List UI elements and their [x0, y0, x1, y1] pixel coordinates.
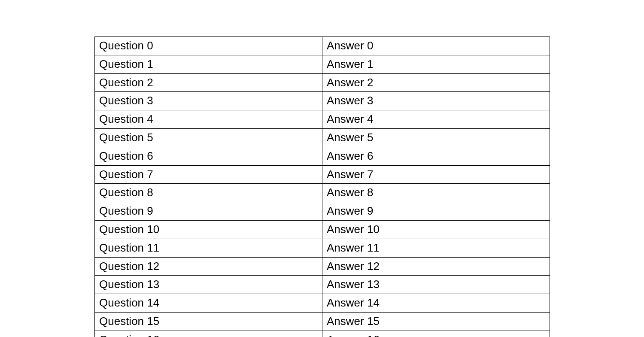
answer-cell: Answer 8 — [322, 184, 550, 202]
answer-cell: Answer 15 — [322, 312, 550, 331]
answer-cell: Answer 12 — [322, 257, 550, 276]
question-cell: Question 11 — [95, 239, 322, 257]
question-cell: Question 14 — [95, 294, 322, 313]
question-cell: Question 9 — [95, 202, 322, 221]
question-cell: Question 3 — [95, 92, 322, 110]
answer-cell: Answer 16 — [322, 331, 550, 337]
table-row: Question 13 Answer 13 — [95, 276, 550, 294]
question-cell: Question 6 — [95, 147, 322, 165]
question-cell: Question 2 — [95, 73, 322, 92]
question-cell: Question 8 — [95, 184, 322, 202]
table-row: Question 12 Answer 12 — [95, 257, 550, 276]
question-cell: Question 13 — [95, 276, 322, 294]
answer-cell: Answer 7 — [322, 165, 550, 184]
question-cell: Question 7 — [95, 165, 322, 184]
question-cell: Question 10 — [95, 220, 322, 239]
table-row: Question 2 Answer 2 — [95, 73, 550, 92]
answer-cell: Answer 14 — [322, 294, 550, 313]
table-row: Question 3 Answer 3 — [95, 92, 550, 110]
answer-cell: Answer 13 — [322, 276, 550, 294]
table-row: Question 4 Answer 4 — [95, 110, 550, 129]
answer-cell: Answer 6 — [322, 147, 550, 165]
question-cell: Question 15 — [95, 312, 322, 331]
table-row: Question 10 Answer 10 — [95, 220, 550, 239]
table-row: Question 14 Answer 14 — [95, 294, 550, 313]
table-row: Question 1 Answer 1 — [95, 55, 550, 73]
answer-cell: Answer 9 — [322, 202, 550, 221]
answer-cell: Answer 11 — [322, 239, 550, 257]
document-page: Question 0 Answer 0 Question 1 Answer 1 … — [0, 0, 644, 337]
answer-cell: Answer 0 — [322, 37, 550, 55]
question-cell: Question 5 — [95, 128, 322, 147]
answer-cell: Answer 1 — [322, 55, 550, 73]
table-row: Question 16 Answer 16 — [95, 331, 550, 337]
answer-cell: Answer 2 — [322, 73, 550, 92]
table-row: Question 6 Answer 6 — [95, 147, 550, 165]
table-row: Question 9 Answer 9 — [95, 202, 550, 221]
question-cell: Question 0 — [95, 37, 322, 55]
qa-table: Question 0 Answer 0 Question 1 Answer 1 … — [94, 36, 550, 337]
question-cell: Question 12 — [95, 257, 322, 276]
question-cell: Question 1 — [95, 55, 322, 73]
answer-cell: Answer 10 — [322, 220, 550, 239]
table-row: Question 0 Answer 0 — [95, 37, 550, 55]
table-row: Question 15 Answer 15 — [95, 312, 550, 331]
question-cell: Question 4 — [95, 110, 322, 129]
table-row: Question 8 Answer 8 — [95, 184, 550, 202]
question-cell: Question 16 — [95, 331, 322, 337]
answer-cell: Answer 5 — [322, 128, 550, 147]
table-row: Question 7 Answer 7 — [95, 165, 550, 184]
answer-cell: Answer 4 — [322, 110, 550, 129]
table-row: Question 5 Answer 5 — [95, 128, 550, 147]
answer-cell: Answer 3 — [322, 92, 550, 110]
table-row: Question 11 Answer 11 — [95, 239, 550, 257]
